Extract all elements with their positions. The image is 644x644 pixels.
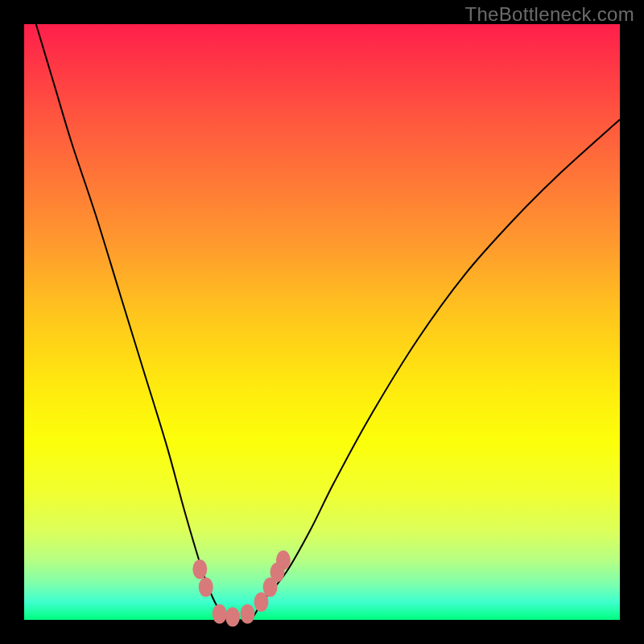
watermark-text: TheBottleneck.com bbox=[464, 3, 634, 26]
curve-markers bbox=[192, 551, 291, 627]
curve-marker bbox=[213, 604, 227, 623]
curve-marker bbox=[225, 607, 240, 626]
curve-marker bbox=[276, 551, 291, 570]
plot-area bbox=[24, 24, 620, 620]
curve-layer bbox=[24, 24, 620, 620]
chart-frame: TheBottleneck.com bbox=[0, 0, 644, 644]
curve-marker bbox=[192, 559, 207, 579]
bottleneck-curve bbox=[36, 24, 620, 621]
curve-marker bbox=[241, 604, 255, 623]
curve-marker bbox=[199, 577, 213, 597]
